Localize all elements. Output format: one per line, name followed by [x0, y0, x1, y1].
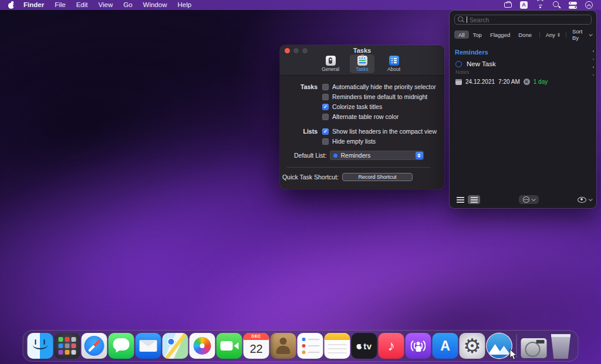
task-item[interactable]: New Task Notes 24.12.2021 7:20 AM 1 day [450, 59, 596, 85]
dock-icon-notes[interactable] [325, 333, 350, 359]
dock-icon-calendar[interactable]: DEC 22 [244, 333, 269, 359]
dock-icon-mail[interactable] [136, 333, 161, 359]
dock-icon-launchpad[interactable] [55, 333, 80, 359]
filter-top[interactable]: Top [469, 30, 486, 39]
dock-icon-tv[interactable]: tv [352, 333, 377, 359]
chevron-down-icon [589, 197, 593, 201]
task-date-row: 24.12.2021 7:20 AM 1 day [455, 79, 590, 85]
control-center-icon[interactable] [569, 2, 577, 9]
window-controls [285, 48, 308, 53]
chevron-down-icon [589, 32, 592, 36]
search-icon [458, 16, 464, 23]
dock-icon-trash[interactable] [550, 334, 572, 359]
menu-item-help[interactable]: Help [172, 0, 197, 10]
default-list-row: Default List: Reminders [294, 151, 437, 160]
option-label: Reminders time default to midnight [332, 93, 427, 100]
option-label: Automatically hide the priority selector [332, 83, 436, 90]
dropdown-circle-icon[interactable] [585, 1, 593, 9]
stepper-icon [558, 33, 560, 37]
dock-icon-contacts[interactable] [271, 333, 296, 359]
menu-item-go[interactable]: Go [118, 0, 137, 10]
default-list-label: Default List: [294, 152, 326, 159]
dock-icon-safari[interactable] [82, 333, 107, 359]
dock-icon-music[interactable]: ♪ [379, 333, 404, 359]
tv-label: tv [363, 341, 372, 351]
dock-icon-finder[interactable] [28, 333, 53, 359]
filter-done[interactable]: Done [514, 30, 536, 39]
settings-tabs: General Tasks About [280, 55, 444, 73]
dock-icon-facetime[interactable] [217, 333, 242, 359]
checkbox[interactable] [322, 94, 329, 100]
apple-menu-icon[interactable] [8, 2, 15, 9]
menu-item-view[interactable]: View [93, 0, 119, 10]
bullet-list-view-button[interactable] [454, 195, 467, 204]
briefcase-icon[interactable] [504, 2, 512, 8]
dock-icon-messages[interactable] [109, 333, 134, 359]
clear-date-icon[interactable] [524, 79, 530, 85]
tab-general[interactable]: General [318, 55, 343, 73]
dock-icon-appstore[interactable]: A [433, 333, 458, 359]
option-show-list-headers[interactable]: Show list headers in the compact view [322, 128, 437, 135]
default-list-select[interactable]: Reminders [330, 151, 424, 160]
checkbox[interactable] [322, 114, 329, 120]
list-section-header[interactable]: Reminders [450, 43, 596, 59]
panel-bottom-bar [450, 192, 596, 208]
option-label: Colorize task titles [332, 103, 382, 110]
select-stepper-icon [416, 152, 423, 159]
menu-item-file[interactable]: File [49, 0, 71, 10]
divider [566, 32, 566, 38]
compact-list-view-button[interactable] [468, 195, 480, 204]
dock-icon-hard-disk[interactable] [521, 338, 547, 358]
close-button[interactable] [285, 48, 290, 53]
dock-icon-reminders[interactable] [298, 333, 323, 359]
sort-by-label[interactable]: Sort By [572, 28, 587, 41]
dock-icon-system-preferences[interactable]: ⚙ [460, 333, 485, 359]
priority-dots[interactable] [593, 50, 595, 76]
option-colorize-titles[interactable]: Colorize task titles [322, 103, 436, 110]
task-notes-placeholder[interactable]: Notes [455, 69, 590, 75]
dock-icon-podcasts[interactable] [406, 333, 431, 359]
dock-icon-tasks-app[interactable] [487, 333, 512, 359]
zoom-button[interactable] [302, 48, 308, 53]
visibility-button[interactable] [578, 197, 592, 203]
option-reminders-midnight[interactable]: Reminders time default to midnight [322, 93, 436, 100]
option-alternate-rows[interactable]: Alternate table row color [322, 113, 436, 120]
menu-item-edit[interactable]: Edit [71, 0, 93, 10]
minimize-button[interactable] [293, 48, 299, 53]
menu-item-window[interactable]: Window [138, 0, 173, 10]
task-time[interactable]: 7:20 AM [498, 79, 520, 85]
record-shortcut-button[interactable]: Record Shortcut [342, 173, 413, 181]
input-source-icon[interactable]: A [520, 1, 528, 9]
settings-window: Tasks General Tasks About Tasks [280, 45, 444, 189]
option-hide-priority[interactable]: Automatically hide the priority selector [322, 83, 436, 90]
checkbox[interactable] [322, 104, 329, 110]
checkbox[interactable] [322, 128, 329, 135]
menu-app-name[interactable]: Finder [18, 0, 49, 10]
any-filter-label: Any [546, 32, 555, 38]
wifi-icon[interactable] [536, 2, 545, 8]
tab-about[interactable]: About [381, 55, 406, 73]
task-date[interactable]: 24.12.2021 [465, 79, 495, 85]
tab-tasks[interactable]: Tasks [350, 55, 374, 73]
task-complete-circle[interactable] [455, 61, 462, 67]
option-label: Show list headers in the compact view [332, 128, 437, 135]
dock-icon-maps[interactable] [163, 333, 188, 359]
filter-all[interactable]: All [454, 30, 469, 39]
divider [539, 32, 540, 38]
tasks-tab-icon [357, 56, 367, 66]
search-input[interactable] [470, 16, 588, 23]
filter-bar: All Top Flagged Done Any Sort By [450, 25, 596, 43]
menu-bar-left: Finder File Edit View Go Window Help [0, 0, 197, 10]
status-filter-button[interactable] [519, 195, 539, 204]
tab-tasks-label: Tasks [356, 66, 369, 72]
checkbox[interactable] [322, 84, 329, 90]
any-filter[interactable]: Any Sort By [536, 28, 592, 41]
task-title[interactable]: New Task [467, 60, 496, 67]
spotlight-icon[interactable] [553, 1, 561, 9]
option-hide-empty-lists[interactable]: Hide empty lists [322, 138, 437, 145]
dock-icon-photos[interactable] [190, 333, 215, 359]
search-field[interactable] [454, 15, 592, 25]
filter-flagged[interactable]: Flagged [486, 30, 514, 39]
checkbox[interactable] [322, 138, 329, 145]
wallpaper-wave [0, 0, 314, 282]
